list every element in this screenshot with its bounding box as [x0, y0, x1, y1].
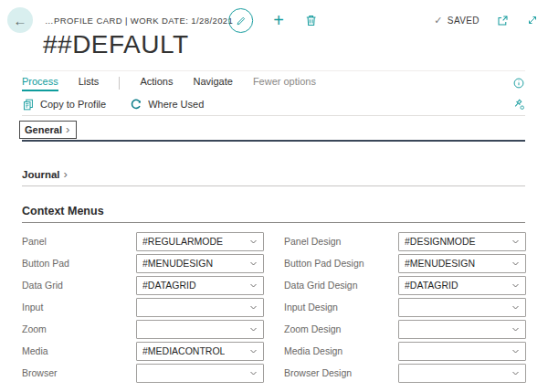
where-used-button[interactable]: Where Used [130, 98, 204, 111]
pin-button[interactable] [512, 98, 525, 111]
tab-fewer-options[interactable]: Fewer options [253, 76, 316, 91]
dropdown-value: #MENUDESIGN [405, 258, 475, 269]
header-right: ✓ SAVED [434, 6, 539, 34]
field-label: Zoom [22, 323, 126, 334]
browser-dropdown[interactable] [136, 364, 264, 383]
zoom-design-dropdown[interactable] [398, 320, 526, 339]
media-design-dropdown[interactable] [398, 342, 526, 361]
panel-dropdown[interactable]: #REGULARMODE [136, 232, 264, 251]
chevron-down-icon [511, 325, 521, 334]
saved-status: ✓ SAVED [434, 15, 480, 26]
action-bar: Copy to Profile Where Used [22, 93, 525, 116]
tab-navigate[interactable]: Navigate [193, 76, 232, 91]
info-button[interactable] [512, 77, 525, 90]
where-used-label: Where Used [148, 99, 204, 110]
tab-lists[interactable]: Lists [79, 76, 100, 91]
dropdown-value: #DATAGRID [142, 280, 196, 291]
button-pad-design-dropdown[interactable]: #MENUDESIGN [398, 254, 526, 273]
dropdown-value: #DESIGNMODE [405, 236, 476, 247]
edit-button[interactable] [228, 8, 253, 33]
button-pad-dropdown[interactable]: #MENUDESIGN [136, 254, 264, 273]
pin-icon [512, 98, 525, 111]
section-general-header[interactable]: General › [19, 121, 77, 139]
dropdown-value: #MEDIACONTROL [142, 345, 225, 356]
field-browser-design: Browser Design [284, 362, 526, 384]
field-label: Panel [22, 236, 126, 247]
trash-icon [304, 14, 318, 27]
field-label: Media [22, 345, 126, 356]
field-button-pad: Button Pad #MENUDESIGN [22, 252, 264, 274]
field-label: Data Grid Design [284, 280, 388, 291]
chevron-down-icon [511, 260, 521, 268]
form-right-column: Panel Design #DESIGNMODE Button Pad Desi… [284, 230, 526, 384]
chevron-down-icon [248, 238, 258, 246]
chevron-down-icon [511, 369, 521, 377]
zoom-dropdown[interactable] [136, 320, 264, 339]
chevron-right-icon: › [66, 123, 69, 135]
field-media-design: Media Design [284, 340, 526, 362]
copy-icon [22, 98, 35, 111]
dropdown-value: #MENUDESIGN [142, 258, 213, 269]
info-icon [512, 77, 525, 90]
chevron-down-icon [511, 238, 521, 246]
dropdown-value: #DATAGRID [405, 280, 458, 291]
field-media: Media #MEDIACONTROL [22, 340, 264, 362]
input-design-dropdown[interactable] [398, 298, 526, 317]
field-label: Input [22, 302, 126, 313]
field-label: Button Pad [22, 258, 126, 269]
saved-label: SAVED [448, 16, 480, 26]
form-left-column: Panel #REGULARMODE Button Pad #MENUDESIG… [22, 230, 264, 384]
context-menus-divider [22, 222, 525, 223]
copy-to-profile-label: Copy to Profile [40, 99, 106, 110]
profile-card-page: ← …PROFILE CARD | WORK DATE: 1/28/2021 + [0, 0, 548, 392]
action-tab-strip: Process Lists Actions Navigate Fewer opt… [22, 70, 525, 91]
chevron-down-icon [248, 369, 258, 377]
section-journal-header[interactable]: Journal › [22, 168, 68, 180]
field-label: Browser [22, 367, 126, 378]
general-label: General [25, 124, 62, 135]
popout-window-button[interactable] [496, 14, 510, 27]
field-data-grid: Data Grid #DATAGRID [22, 274, 264, 296]
field-zoom: Zoom [22, 318, 264, 340]
popout-window-icon [496, 14, 510, 27]
field-zoom-design: Zoom Design [284, 318, 526, 340]
browser-design-dropdown[interactable] [398, 364, 526, 383]
back-button[interactable]: ← [7, 7, 33, 33]
section-context-menus-header: Context Menus [22, 205, 104, 217]
plus-icon: + [273, 11, 284, 29]
chevron-right-icon: › [64, 168, 68, 180]
field-label: Data Grid [22, 280, 126, 291]
input-dropdown[interactable] [136, 298, 264, 317]
context-menus-form: Panel #REGULARMODE Button Pad #MENUDESIG… [22, 230, 525, 384]
field-label: Media Design [284, 345, 388, 356]
journal-label: Journal [22, 169, 60, 180]
chevron-down-icon [511, 281, 521, 290]
copy-to-profile-button[interactable]: Copy to Profile [22, 98, 106, 111]
chevron-down-icon [248, 325, 258, 334]
field-browser: Browser [22, 362, 264, 384]
field-panel-design: Panel Design #DESIGNMODE [284, 230, 526, 252]
field-input: Input [22, 296, 264, 318]
delete-button[interactable] [304, 14, 318, 27]
expand-arrows-icon [526, 14, 539, 26]
new-button[interactable]: + [273, 11, 284, 29]
tab-process[interactable]: Process [22, 76, 58, 91]
page-title: ##DEFAULT [43, 30, 189, 59]
field-input-design: Input Design [284, 296, 526, 318]
data-grid-dropdown[interactable]: #DATAGRID [136, 276, 264, 295]
chevron-down-icon [248, 260, 258, 268]
dropdown-value: #REGULARMODE [142, 236, 223, 247]
general-section-divider [22, 140, 525, 142]
expand-button[interactable] [526, 14, 539, 26]
field-label: Button Pad Design [284, 258, 388, 269]
tab-actions[interactable]: Actions [140, 76, 173, 91]
chevron-down-icon [511, 303, 521, 312]
back-arrow-icon: ← [14, 13, 27, 28]
chevron-down-icon [248, 281, 258, 290]
field-button-pad-design: Button Pad Design #MENUDESIGN [284, 252, 526, 274]
media-dropdown[interactable]: #MEDIACONTROL [136, 342, 264, 361]
check-icon: ✓ [434, 15, 443, 26]
field-data-grid-design: Data Grid Design #DATAGRID [284, 274, 526, 296]
data-grid-design-dropdown[interactable]: #DATAGRID [398, 276, 526, 295]
panel-design-dropdown[interactable]: #DESIGNMODE [398, 232, 526, 251]
